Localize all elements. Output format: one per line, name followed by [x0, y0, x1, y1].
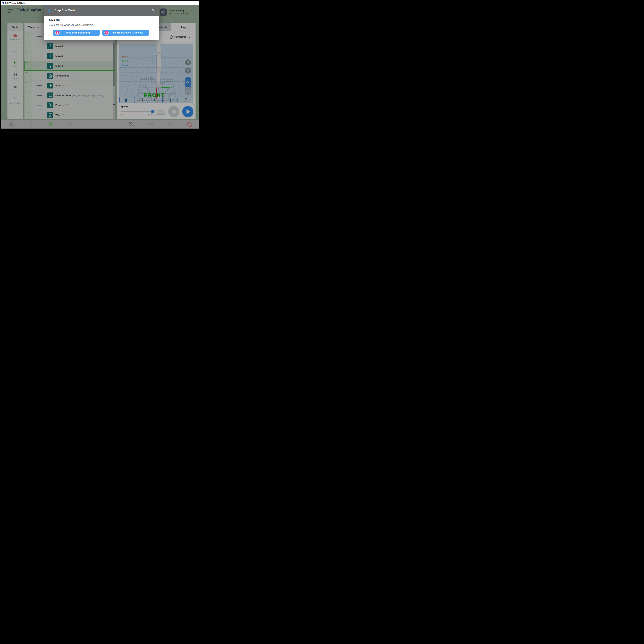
step-run-mode-dialog: Step Run Mode ✕ Step Run Select the line…: [44, 5, 159, 40]
app-logo-icon: D: [2, 2, 4, 4]
badge-4: 4: [104, 31, 109, 35]
window-title: DART-Platform GV02110200: [5, 2, 26, 4]
maximize-button[interactable]: [187, 2, 188, 4]
dialog-header: Step Run Mode ✕: [44, 5, 159, 16]
close-window-button[interactable]: ✕: [194, 2, 196, 4]
dialog-body: Step Run Select the line which you want …: [44, 16, 159, 40]
play-from-movej-line007-button[interactable]: 4 Play from MoveJ (Line 007): [102, 30, 149, 36]
title-bar: D DART-Platform GV02110200 ✕: [1, 1, 199, 5]
close-icon[interactable]: ✕: [152, 9, 155, 12]
badge-5: 5: [55, 31, 60, 35]
step-run-icon: [48, 9, 51, 12]
app-body: Task_StepRun Auto Standby 2024.04.25 1:1…: [1, 5, 199, 129]
play-from-beginning-button[interactable]: 5 Play from beginning: [53, 30, 100, 36]
dialog-title: Step Run Mode: [55, 9, 75, 12]
dialog-subtitle: Select the line which you want to start …: [49, 24, 94, 26]
dialog-heading: Step Run: [49, 18, 61, 21]
app-window: D DART-Platform GV02110200 ✕ Task_StepRu…: [0, 0, 200, 130]
